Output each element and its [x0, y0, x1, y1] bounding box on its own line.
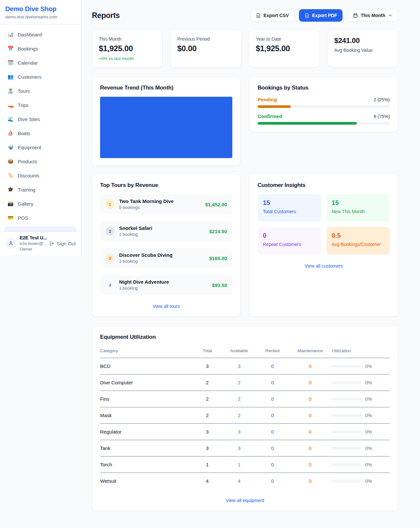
- tile-value: 15: [332, 199, 385, 207]
- equipment-maintenance: 0: [288, 473, 332, 489]
- sidebar-item-label: Training: [18, 187, 35, 193]
- tour-amount: $165.00: [209, 255, 227, 261]
- sidebar-item-training[interactable]: 🎓Training: [4, 184, 77, 195]
- stat-label: Year to Date: [256, 36, 313, 42]
- export-csv-button[interactable]: Export CSV: [250, 9, 294, 22]
- graduation-cap-icon: 🎓: [7, 187, 14, 193]
- sidebar: Demo Dive Shop demo.test.divestreams.com…: [0, 0, 81, 255]
- sidebar-item-gallery[interactable]: 📸Gallery: [4, 198, 77, 209]
- sidebar-item-label: Dive Sites: [18, 116, 40, 122]
- rank-badge: 3: [105, 254, 115, 263]
- tile-label: Avg Bookings/Customer: [332, 242, 385, 247]
- equipment-maintenance: 0: [288, 440, 332, 457]
- equipment-table-body: BCD33000%Dive Computer22000%Fins22000%Ma…: [100, 358, 390, 489]
- utilization-track: [332, 480, 361, 482]
- tour-amount: $93.50: [212, 282, 227, 288]
- stat-label: Previous Period: [177, 36, 234, 42]
- sidebar-nav: 📊Dashboard 📅Bookings 🗓️Calendar 👥Custome…: [0, 24, 81, 232]
- sidebar-item-discounts[interactable]: 🏷️Discounts: [4, 170, 77, 181]
- sidebar-item-equipment[interactable]: 🤿Equipment: [4, 142, 77, 153]
- equipment-category: Dive Computer: [100, 375, 193, 391]
- col-rented: Rented: [257, 344, 288, 358]
- stat-value: $1,925.00: [256, 44, 313, 53]
- utilization-track: [332, 463, 361, 466]
- charts-row: Revenue Trend (This Month) Bookings by S…: [92, 77, 398, 166]
- sidebar-item-dive-sites[interactable]: 🌊Dive Sites: [4, 113, 77, 125]
- utilization-percent: 0%: [365, 364, 372, 369]
- col-total: Total: [193, 344, 222, 358]
- sidebar-item-calendar[interactable]: 🗓️Calendar: [4, 57, 77, 68]
- sidebar-item-bookings[interactable]: 📅Bookings: [4, 43, 77, 54]
- equipment-maintenance: 0: [288, 407, 332, 424]
- equipment-total: 3: [193, 358, 222, 375]
- sidebar-item-products[interactable]: 📦Products: [4, 156, 77, 167]
- equipment-total: 2: [193, 391, 222, 407]
- utilization-cell: 0%: [332, 364, 390, 369]
- view-all-equipment-link[interactable]: View all equipment: [100, 498, 390, 503]
- utilization-cell: 0%: [332, 413, 390, 418]
- tour-row: 2 Snorkel Safari1 booking $214.50: [100, 221, 232, 241]
- speedboat-icon: 🚤: [7, 102, 14, 108]
- top-tours-title: Top Tours by Revenue: [100, 182, 232, 189]
- equipment-rented: 0: [257, 440, 288, 457]
- progress-track: [258, 122, 390, 125]
- tile-new-this-month: 15 New This Month: [326, 194, 390, 222]
- view-all-tours-link[interactable]: View all tours: [100, 304, 232, 309]
- tile-avg-bookings-customer: 0.5 Avg Bookings/Customer: [326, 227, 390, 254]
- equipment-rented: 0: [257, 375, 288, 391]
- table-row: Tank33000%: [100, 440, 390, 457]
- equipment-available: 1: [222, 457, 257, 473]
- view-all-customers-link[interactable]: View all customers: [258, 263, 390, 269]
- utilization-track: [332, 398, 361, 400]
- progress-track: [258, 105, 390, 108]
- utilization-cell: 0%: [332, 478, 390, 484]
- insight-tiles: 15 Total Customers 15 New This Month 0 R…: [258, 194, 390, 254]
- sidebar-item-dashboard[interactable]: 📊Dashboard: [4, 29, 77, 40]
- equipment-table: Category Total Available Rented Maintena…: [100, 344, 390, 489]
- utilization-percent: 0%: [365, 478, 372, 484]
- top-tours-card: Top Tours by Revenue 1 Two Tank Morning …: [92, 174, 241, 316]
- utilization-percent: 0%: [365, 429, 372, 435]
- sidebar-item-label: Trips: [18, 102, 29, 108]
- equipment-category: Fins: [100, 391, 193, 407]
- tile-value: 0.5: [332, 232, 385, 239]
- equipment-maintenance: 0: [288, 375, 332, 391]
- stat-value: $0.00: [177, 44, 234, 53]
- sidebar-item-boats[interactable]: ⛵Boats: [4, 128, 77, 139]
- sidebar-item-label: Customers: [18, 74, 42, 80]
- period-label: This Month: [361, 13, 385, 18]
- chevron-down-icon: [388, 13, 392, 18]
- sidebar-item-reports-active[interactable]: [5, 226, 76, 232]
- period-select[interactable]: This Month: [347, 9, 398, 22]
- tour-name: Two Tank Morning Dive: [119, 198, 174, 204]
- sidebar-item-customers[interactable]: 👥Customers: [4, 71, 77, 82]
- equipment-utilization-title: Equipment Utilization: [100, 334, 390, 340]
- sidebar-item-trips[interactable]: 🚤Trips: [4, 99, 77, 111]
- utilization-percent: 0%: [365, 413, 372, 418]
- equipment-available: 4: [222, 473, 257, 489]
- wave-icon: 🌊: [7, 116, 14, 122]
- sidebar-item-label: Boats: [18, 131, 30, 136]
- status-count: 2 (25%): [374, 97, 390, 102]
- table-header-row: Category Total Available Rented Maintena…: [100, 344, 390, 358]
- equipment-total: 2: [193, 407, 222, 424]
- customer-insights-card: Customer Insights 15 Total Customers 15 …: [249, 174, 398, 316]
- utilization-track: [332, 431, 361, 433]
- equipment-utilization-card: Equipment Utilization Category Total Ava…: [92, 326, 398, 511]
- stat-label: Avg Booking Value: [334, 48, 391, 53]
- sign-out-button[interactable]: Sign Out: [49, 241, 76, 246]
- table-row: Fins22000%: [100, 391, 390, 407]
- sailboat-icon: ⛵: [7, 130, 14, 136]
- equipment-available: 2: [222, 391, 257, 407]
- utilization-cell: 0%: [332, 380, 390, 385]
- equipment-rented: 0: [257, 473, 288, 489]
- island-icon: 🏝️: [7, 88, 14, 94]
- sidebar-item-tours[interactable]: 🏝️Tours: [4, 85, 77, 96]
- table-row: Wetsuit44000%: [100, 473, 390, 489]
- sidebar-item-pos[interactable]: 💳POS: [4, 212, 77, 223]
- calendar-outline-icon: [353, 13, 358, 18]
- equipment-available: 3: [222, 424, 257, 440]
- export-pdf-button[interactable]: Export PDF: [299, 9, 343, 22]
- customers-icon: 👥: [7, 74, 14, 80]
- tour-amount: $214.50: [209, 229, 227, 234]
